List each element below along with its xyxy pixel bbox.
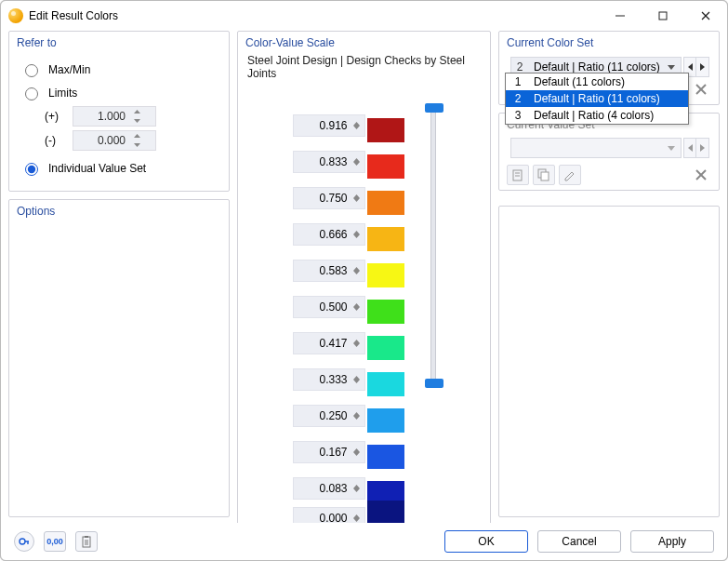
scale-swatch[interactable] [367, 445, 404, 469]
clipboard-icon [80, 535, 93, 548]
cancel-button[interactable]: Cancel [537, 530, 621, 553]
scale-swatch[interactable] [367, 227, 404, 251]
scale-value-label: 0.750 [298, 192, 351, 205]
clipboard-button[interactable] [75, 531, 98, 552]
options-heading: Options [9, 200, 229, 222]
scale-step-down[interactable] [351, 380, 363, 383]
limit-plus-field[interactable] [73, 106, 156, 127]
scale-step-down[interactable] [351, 198, 363, 202]
value-set-edit[interactable] [559, 165, 581, 185]
number-format-button[interactable]: 0,00 [44, 531, 66, 552]
maximize-button[interactable] [642, 1, 684, 31]
scale-value-1[interactable]: 0.833 [293, 151, 365, 173]
ok-button[interactable]: OK [444, 530, 528, 553]
scale-swatch[interactable] [367, 118, 404, 142]
svg-rect-59 [85, 536, 88, 538]
limit-plus-step-up[interactable] [129, 107, 144, 116]
refer-to-heading: Refer to [9, 32, 229, 54]
limit-minus-step-up[interactable] [129, 131, 144, 140]
scale-value-3[interactable]: 0.666 [293, 223, 365, 246]
value-set-new[interactable] [507, 165, 529, 185]
scale-step-down[interactable] [351, 488, 363, 492]
svg-marker-15 [353, 234, 360, 238]
scale-value-8[interactable]: 0.250 [293, 405, 365, 427]
scale-value-label: 0.500 [298, 301, 351, 314]
scale-step-down[interactable] [351, 343, 363, 347]
radio-individual-label: Individual Value Set [48, 162, 146, 175]
limit-minus-input[interactable] [73, 134, 129, 147]
value-set-next[interactable] [696, 138, 709, 158]
window-title: Edit Result Colors [29, 9, 118, 22]
radio-individual[interactable]: Individual Value Set [20, 156, 219, 180]
scale-swatch[interactable] [367, 191, 404, 215]
radio-max-min-input[interactable] [25, 64, 38, 77]
value-set-delete[interactable] [689, 164, 713, 186]
key-icon [19, 536, 30, 547]
color-set-option-label: Default | Ratio (11 colors) [530, 92, 688, 105]
radio-individual-input[interactable] [25, 163, 38, 176]
scale-swatch[interactable] [367, 300, 404, 324]
scale-value-7[interactable]: 0.333 [293, 368, 365, 391]
radio-limits[interactable]: Limits [20, 81, 219, 104]
scale-value-last[interactable]: 0.000 [293, 507, 365, 523]
scale-step-down[interactable] [351, 271, 363, 274]
scale-rows: 0.9160.8330.7500.6660.5830.5000.4170.333… [293, 108, 404, 523]
value-set-prev[interactable] [683, 138, 696, 158]
limit-plus-step-down[interactable] [129, 116, 144, 126]
scale-step-down[interactable] [351, 126, 363, 129]
color-set-option-index: 3 [506, 109, 530, 122]
scale-value-4[interactable]: 0.583 [293, 260, 365, 282]
scale-step-down[interactable] [351, 307, 363, 311]
color-set-option[interactable]: 2Default | Ratio (11 colors) [506, 90, 688, 107]
color-set-option-index: 2 [506, 92, 530, 105]
scale-value-9[interactable]: 0.167 [293, 441, 365, 463]
scale-value-label: 0.916 [298, 119, 351, 132]
limit-plus-input[interactable] [73, 110, 129, 123]
scale-value-10[interactable]: 0.083 [293, 477, 365, 500]
color-set-option[interactable]: 1Default (11 colors) [506, 73, 688, 90]
svg-marker-31 [353, 518, 360, 522]
color-set-delete[interactable] [689, 78, 713, 100]
scale-slider-thumb-bottom[interactable] [425, 379, 443, 388]
ok-button-label: OK [478, 535, 494, 548]
color-set-dropdown[interactable]: 1Default (11 colors)2Default | Ratio (11… [505, 73, 689, 125]
minimize-button[interactable] [599, 1, 642, 31]
value-set-select[interactable] [510, 138, 682, 158]
value-set-copy[interactable] [533, 165, 555, 185]
scale-step-down[interactable] [351, 234, 363, 238]
scale-value-label: 0.833 [298, 155, 351, 168]
color-set-option-label: Default (11 colors) [530, 75, 688, 88]
scale-slider-thumb-top[interactable] [425, 103, 443, 113]
scale-step-down[interactable] [351, 518, 363, 522]
scale-swatch[interactable] [367, 154, 404, 179]
svg-marker-7 [134, 143, 140, 147]
color-set-option[interactable]: 3Default | Ratio (4 colors) [506, 107, 688, 124]
help-button[interactable] [14, 531, 34, 552]
scale-swatch[interactable] [367, 336, 404, 360]
limit-minus-step-down[interactable] [129, 140, 144, 150]
close-button[interactable] [684, 1, 727, 31]
scale-value-2[interactable]: 0.750 [293, 187, 365, 209]
scale-step-down[interactable] [351, 162, 363, 166]
limit-minus-field[interactable] [73, 130, 156, 151]
scale-row: 0.417 [293, 326, 404, 360]
scale-step-down[interactable] [351, 452, 363, 456]
svg-marker-40 [668, 65, 675, 70]
cancel-button-label: Cancel [562, 535, 596, 548]
scale-row: 0.333 [293, 362, 404, 396]
scale-value-6[interactable]: 0.417 [293, 332, 365, 354]
scale-swatch[interactable] [367, 263, 404, 287]
radio-limits-input[interactable] [25, 87, 38, 100]
scale-value-5[interactable]: 0.500 [293, 296, 365, 318]
scale-slider-track[interactable] [430, 108, 436, 383]
scale-row: 0.833 [293, 144, 404, 179]
scale-swatch[interactable] [367, 372, 404, 396]
scale-swatch[interactable] [367, 408, 404, 433]
close-icon [695, 168, 708, 181]
scale-swatch[interactable] [367, 501, 404, 524]
svg-marker-19 [353, 307, 360, 311]
scale-value-0[interactable]: 0.916 [293, 114, 365, 137]
apply-button[interactable]: Apply [630, 530, 714, 553]
scale-step-down[interactable] [351, 416, 363, 420]
radio-max-min[interactable]: Max/Min [20, 58, 219, 81]
